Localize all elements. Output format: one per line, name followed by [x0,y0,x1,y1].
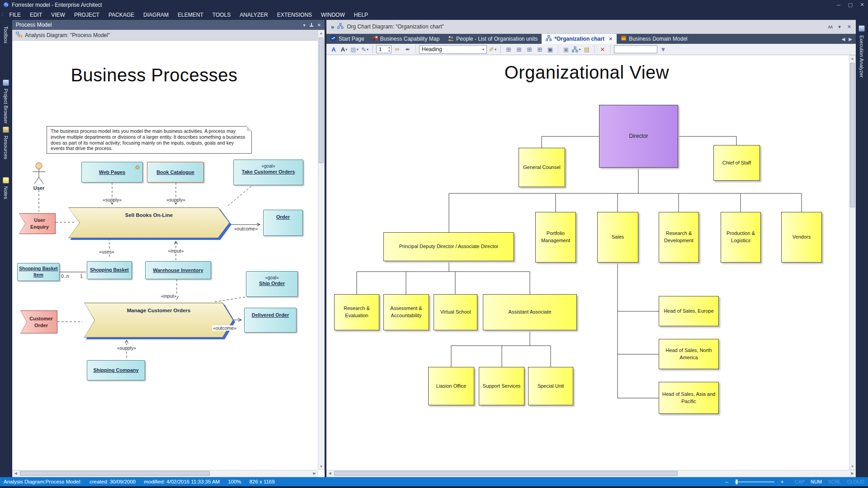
menu-tools[interactable]: TOOLS [208,10,235,20]
text-color-icon[interactable]: A▾ [340,45,349,54]
caption-dropdown-icon[interactable]: ▾ [838,24,841,30]
filter-icon[interactable]: ▼ [659,45,668,54]
delete-icon[interactable]: ✕ [598,45,607,54]
tab-organization-chart[interactable]: *Organization chart✕ [542,34,617,44]
org-chart-canvas[interactable]: Organizational View [328,55,847,470]
scroll-right-icon[interactable]: ▶ [849,470,855,476]
pen-width-spinner[interactable]: 1▲▼ [376,45,392,53]
org-node-head-of-sales-north-america[interactable]: Head of Sales, North America [659,339,719,369]
org-node-research-evaluation[interactable]: Research & Evaluation [334,294,379,330]
org-node-assistant-associate[interactable]: Assistant Associate [483,294,577,330]
event-user-enquiry[interactable]: User Enquiry [19,213,56,234]
left-hscroll-thumb[interactable] [20,471,210,476]
process-sell-books-on-line[interactable]: Sell Books On-Line [68,207,230,238]
dock-tab-execution-analyzer[interactable]: Execution Analyzer [859,35,864,78]
caption-close-icon[interactable]: ✕ [847,24,851,30]
eyedropper-icon[interactable]: ✒ [403,45,412,54]
element-warehouse-inventory[interactable]: Warehouse Inventory [145,261,211,279]
org-node-chief-of-staff[interactable]: Chief of Staff [713,145,760,181]
tab-people-list-of-organisation-units[interactable]: People - List of Organisation units [443,34,542,44]
element-web-pages[interactable]: Web Pages⚙ [81,162,143,183]
zoom-slider[interactable] [735,481,774,483]
minimize-button[interactable]: ─ [833,0,844,9]
layers-icon[interactable]: ▣ [561,45,571,54]
menu-element[interactable]: ELEMENT [173,10,208,20]
process-manage-customer-orders[interactable]: Manage Customer Orders [84,303,233,338]
align-bottom-icon[interactable]: ⊞ [535,45,544,54]
line-color-icon[interactable]: ✎▾ [360,45,369,54]
element-order[interactable]: Order [263,210,303,236]
left-vscroll-thumb[interactable] [319,38,324,163]
org-node-special-unit[interactable]: Special Unit [528,367,573,405]
align-right-icon[interactable]: ⊞ [514,45,524,54]
menu-extensions[interactable]: EXTENSIONS [273,10,316,20]
element-shopping-basket-item[interactable]: Shopping Basket Item [17,263,60,281]
collapse-all-icon[interactable]: ∧∧ [827,24,832,30]
menu-diagram[interactable]: DIAGRAM [139,10,173,20]
tab-start-page[interactable]: Start Page [326,34,368,44]
scroll-left-icon[interactable]: ◀ [327,470,333,476]
org-node-portfolio-management[interactable]: Portfolio Management [535,212,576,263]
diagram-filter-input[interactable] [614,45,657,53]
menu-analyzer[interactable]: ANALYZER [235,10,272,20]
autoname-icon[interactable]: ✐▾ [488,45,497,54]
note-element[interactable]: The business process model lets you mode… [47,126,252,154]
fill-color-icon[interactable]: ▨▾ [350,45,359,54]
process-diagram-canvas[interactable]: Business Processes The business process … [12,41,318,470]
right-horizontal-scrollbar[interactable]: ◀ ▶ [326,470,856,477]
zoom-slider-thumb[interactable] [736,479,738,484]
org-layout-icon[interactable]: ▾ [572,45,581,54]
org-node-production-logistics[interactable]: Production & Logistics [721,212,761,263]
menu-edit[interactable]: EDIT [25,10,47,20]
panel-menu-icon[interactable]: ▾ [303,23,306,28]
style-combo[interactable]: Heading▾ [419,45,487,54]
org-node-principal-deputy-director[interactable]: Principal Deputy Director / Associate Di… [383,232,514,261]
align-left-icon[interactable]: ⊞ [504,45,513,54]
left-horizontal-scrollbar[interactable]: ◀ ▶ [12,470,318,477]
org-node-director[interactable]: Director [599,105,678,168]
scroll-up-icon[interactable]: ▲ [318,30,324,36]
zoom-out-button[interactable]: – [725,479,728,484]
org-node-research-development[interactable]: Research & Development [659,212,699,263]
scroll-left-icon[interactable]: ◀ [13,470,19,476]
event-customer-order[interactable]: Customer Order [20,310,57,333]
org-node-assessment-accountability[interactable]: Assessment & Accountability [383,294,429,330]
close-button[interactable]: ✕ [856,0,868,9]
format-painter-icon[interactable]: ✏ [393,45,402,54]
tab-close-icon[interactable]: ✕ [609,36,613,42]
org-node-head-of-sales-europe[interactable]: Head of Sales, Europe [659,296,719,326]
same-size-icon[interactable]: ▣ [546,45,555,54]
scroll-down-icon[interactable]: ▼ [849,464,855,469]
font-color-icon[interactable]: A [329,45,338,54]
right-hscroll-thumb[interactable] [334,471,678,476]
menu-window[interactable]: WINDOW [316,10,349,20]
org-node-sales[interactable]: Sales [597,212,638,263]
element-book-catalogue[interactable]: Book Catalogue [147,162,204,183]
expand-icon[interactable]: » [331,23,334,30]
org-node-liasion-office[interactable]: Liasion Office [428,367,474,405]
element-delivered-order[interactable]: Delivered Order [244,308,297,333]
panel-close-icon[interactable]: ✕ [317,23,321,28]
align-top-icon[interactable]: ⊞ [525,45,534,54]
org-node-head-of-sales-asia-pacific[interactable]: Head of Sales, Asia and Pacific [659,382,719,414]
dock-tab-notes[interactable]: Notes [3,186,9,199]
dock-tab-toolbox[interactable]: Toolbox [3,26,9,43]
element-shopping-basket[interactable]: Shopping Basket [87,261,132,279]
right-vertical-scrollbar[interactable]: ▲ ▼ [849,55,856,470]
menu-view[interactable]: VIEW [47,10,70,20]
tab-business-capability-map[interactable]: Business Capability Map [368,34,443,44]
process-model-panel-header[interactable]: Process Model ▾ ✕ [12,20,325,30]
menu-project[interactable]: PROJECT [70,10,104,20]
actor-user-label[interactable]: User [33,185,44,191]
maximize-button[interactable]: ▢ [844,0,856,9]
dock-tab-resources[interactable]: Resources [3,136,9,160]
tab-scroll-left[interactable]: ◀ [842,37,845,42]
menu-help[interactable]: HELP [349,10,373,20]
left-vertical-scrollbar[interactable]: ▲ ▼ [318,30,325,470]
scroll-right-icon[interactable]: ▶ [311,470,317,476]
tab-scroll-right[interactable]: ▶ [849,37,852,42]
scroll-up-icon[interactable]: ▲ [849,56,855,61]
menu-file[interactable]: FILE [5,10,25,20]
tab-business-domain-model[interactable]: Business Domain Model [617,34,691,44]
org-node-support-services[interactable]: Support Services [479,367,524,405]
